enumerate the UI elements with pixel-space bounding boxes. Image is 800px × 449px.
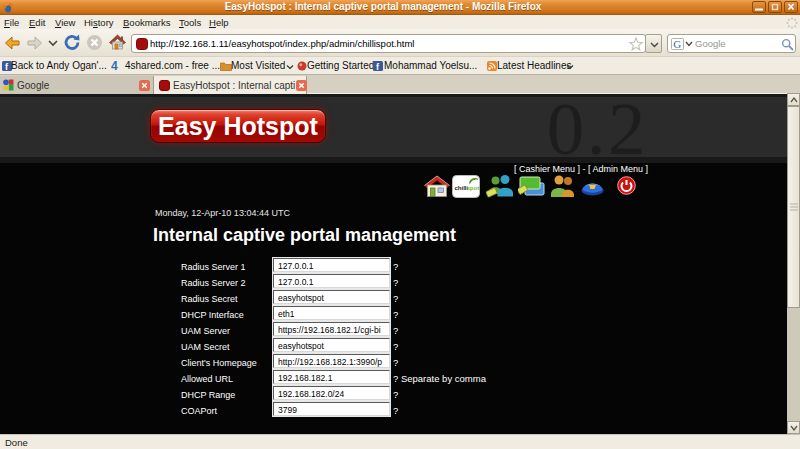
svg-text:G: G: [673, 38, 681, 50]
svg-text:spot: spot: [467, 185, 480, 191]
svg-text:4: 4: [111, 60, 118, 71]
